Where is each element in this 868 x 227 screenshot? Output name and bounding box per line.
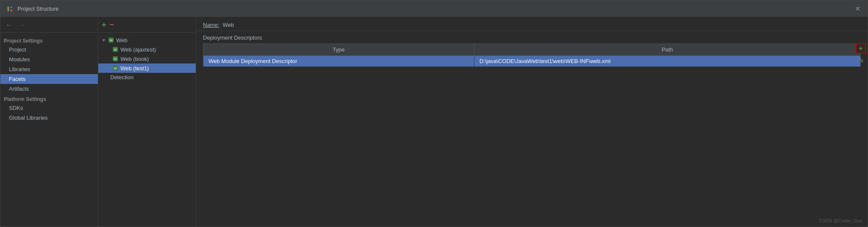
- tree-arrow-web: ▼: [102, 38, 106, 43]
- svg-rect-2: [10, 6, 12, 9]
- sidebar-item-modules[interactable]: Modules: [0, 55, 98, 64]
- facet-icon-ajaxtest: W: [112, 46, 119, 53]
- tree-item-test1-label: Web (test1): [120, 65, 149, 72]
- module-toolbar: + −: [98, 17, 196, 33]
- col-path: Path: [474, 44, 860, 56]
- sidebar-item-facets[interactable]: Facets: [0, 74, 98, 84]
- detection-label: Detection: [110, 74, 134, 80]
- row-path: D:\java\CODE\JavaWeb\test1\web\WEB-INF\w…: [474, 56, 860, 67]
- title-bar: Project Structure ✕: [0, 0, 868, 17]
- detail-header: Name: Web: [196, 17, 868, 31]
- sidebar-item-global-libraries[interactable]: Global Libraries: [0, 113, 98, 123]
- tree-item-book-label: Web (book): [120, 56, 149, 62]
- tree-item-test1[interactable]: W Web (test1): [98, 63, 196, 73]
- table-header-row: Type Path: [203, 44, 861, 56]
- svg-rect-3: [10, 9, 12, 11]
- remove-module-button[interactable]: −: [110, 20, 114, 29]
- table-row[interactable]: Web Module Deployment Descriptor D:\java…: [203, 56, 861, 67]
- descriptor-table-container: Type Path Web Module Deployment Descript…: [196, 43, 868, 227]
- sidebar-item-sdks[interactable]: SDKs: [0, 103, 98, 113]
- svg-text:W: W: [114, 66, 117, 70]
- tree-item-web-label: Web: [116, 37, 128, 43]
- project-settings-label: Project Settings: [0, 35, 98, 45]
- sidebar-item-artifacts[interactable]: Artifacts: [0, 84, 98, 94]
- detection-item[interactable]: Detection: [98, 73, 196, 82]
- tree-item-web-root[interactable]: ▼ W Web: [98, 35, 196, 45]
- svg-text:W: W: [109, 38, 113, 42]
- main-content: ← → Project Settings Project Modules Lib…: [0, 17, 868, 227]
- forward-button[interactable]: →: [17, 20, 28, 30]
- facet-icon-test1: W: [112, 65, 119, 72]
- sidebar-item-libraries[interactable]: Libraries: [0, 64, 98, 74]
- name-label: Name:: [203, 22, 219, 28]
- platform-settings-label: Platform Settings: [0, 94, 98, 103]
- module-panel: + − ▼ W Web: [98, 17, 196, 227]
- back-button[interactable]: ←: [4, 20, 14, 30]
- facet-icon-book: W: [112, 55, 119, 62]
- web-icon: W: [108, 37, 114, 43]
- module-tree: ▼ W Web W: [98, 33, 196, 227]
- tree-item-ajaxtest[interactable]: W Web (ajaxtest): [98, 45, 196, 54]
- sidebar-items: Project Settings Project Modules Librari…: [0, 33, 98, 227]
- detail-panel: Name: Web Deployment Descriptors Type Pa…: [196, 17, 868, 227]
- name-value: Web: [223, 22, 234, 28]
- app-icon: [6, 5, 14, 13]
- table-action-buttons: + ✎: [854, 43, 868, 66]
- watermark: CSDN @Cedar_Guo: [819, 218, 862, 223]
- row-type: Web Module Deployment Descriptor: [203, 56, 474, 67]
- svg-text:W: W: [114, 48, 117, 52]
- sidebar-nav: ← →: [0, 17, 98, 33]
- project-structure-window: Project Structure ✕ ← → Project Settings…: [0, 0, 868, 227]
- deployment-descriptors-title: Deployment Descriptors: [196, 31, 868, 43]
- edit-descriptor-button[interactable]: ✎: [856, 55, 866, 66]
- svg-rect-1: [7, 6, 9, 11]
- sidebar-item-project[interactable]: Project: [0, 45, 98, 55]
- add-descriptor-button[interactable]: +: [856, 43, 866, 54]
- descriptor-table: Type Path Web Module Deployment Descript…: [203, 43, 861, 67]
- tree-item-ajaxtest-label: Web (ajaxtest): [120, 46, 156, 53]
- col-type: Type: [203, 44, 474, 56]
- close-button[interactable]: ✕: [852, 4, 862, 14]
- window-title: Project Structure: [17, 6, 852, 12]
- svg-text:W: W: [114, 57, 117, 61]
- tree-item-book[interactable]: W Web (book): [98, 54, 196, 63]
- add-module-button[interactable]: +: [102, 20, 106, 29]
- sidebar: ← → Project Settings Project Modules Lib…: [0, 17, 98, 227]
